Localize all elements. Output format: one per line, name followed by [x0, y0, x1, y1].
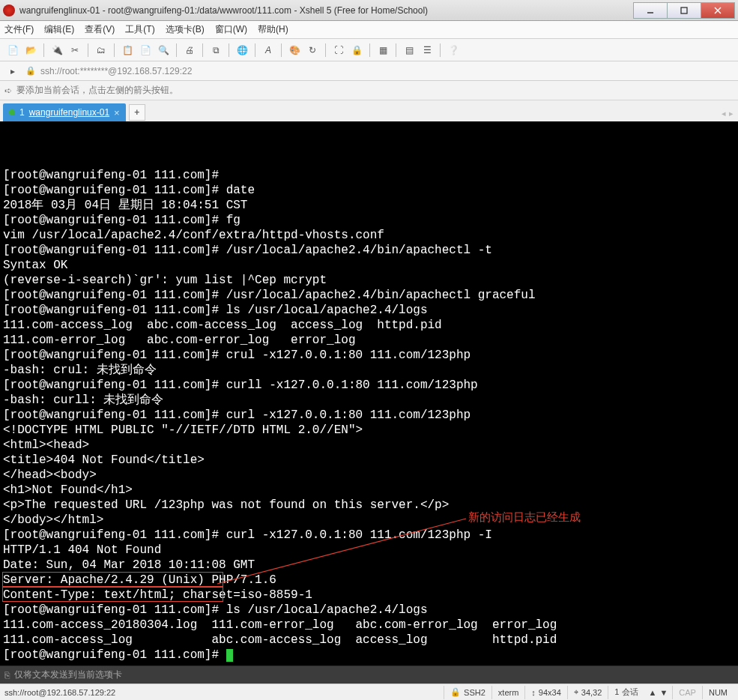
tray-up-icon: ▲	[649, 688, 657, 697]
terminal-line: 111.com-access_log abc.com-access_log ac…	[3, 633, 735, 648]
input-bar[interactable]: ⎘ 仅将文本发送到当前选项卡	[0, 666, 738, 684]
menu-file[interactable]: 文件(F)	[4, 23, 34, 36]
menu-tools[interactable]: 工具(T)	[125, 23, 154, 36]
status-tray: ▲ ▼	[644, 688, 673, 697]
grid-icon[interactable]: ▤	[401, 42, 417, 58]
terminal-line: 111.com-access_log abc.com-access_log ac…	[3, 318, 735, 333]
app-window: wangruifenglinux-01 - root@wangruifeng-0…	[0, 0, 738, 700]
tray-down-icon: ▼	[659, 688, 668, 697]
terminal-line: [root@wangruifeng-01 111.com]# ls /usr/l…	[3, 603, 735, 618]
terminal-line: </body></html>	[3, 513, 735, 528]
view-options-icon[interactable]: ⧉	[208, 42, 224, 58]
toolbar: 📄 📂 🔌 ✂ 🗂 📋 📄 🔍 🖨 ⧉ 🌐 A 🎨 ↻ ⛶ 🔒 ▦ ▤ ☰ ❔	[0, 39, 738, 61]
hint-bar: ➪ 要添加当前会话，点击左侧的箭头按钮。	[0, 81, 738, 100]
terminal-line: <html><head>	[3, 438, 735, 453]
terminal-line: </head><body>	[3, 468, 735, 483]
hint-text: 要添加当前会话，点击左侧的箭头按钮。	[16, 84, 178, 97]
hint-add-icon[interactable]: ➪	[4, 85, 12, 96]
status-terminal-type: xterm	[492, 686, 525, 699]
close-button[interactable]	[701, 2, 735, 19]
terminal-line: vim /usr/local/apache2.4/conf/extra/http…	[3, 228, 735, 243]
terminal-line: -bash: crul: 未找到命令	[3, 363, 735, 378]
menubar: 文件(F) 编辑(E) 查看(V) 工具(T) 选项卡(B) 窗口(W) 帮助(…	[0, 21, 738, 39]
status-bar: ssh://root@192.168.57.129:22 🔒 SSH2 xter…	[0, 684, 738, 700]
terminal-line: [root@wangruifeng-01 111.com]# ls /usr/l…	[3, 303, 735, 318]
address-text[interactable]: ssh://root:********@192.168.57.129:22	[40, 66, 192, 76]
fullscreen-icon[interactable]: ⛶	[330, 42, 347, 58]
minimize-button[interactable]	[633, 2, 668, 19]
terminal-line: Syntax OK	[3, 258, 735, 273]
status-num: NUM	[702, 686, 734, 699]
input-placeholder: 仅将文本发送到当前选项卡	[14, 669, 122, 681]
terminal-line: [root@wangruifeng-01 111.com]# fg	[3, 213, 735, 228]
tab-label: wangruifenglinux-01	[29, 107, 109, 118]
sessions-dropdown-icon[interactable]: ▸	[4, 63, 21, 79]
terminal-line: Date: Sun, 04 Mar 2018 10:11:08 GMT	[3, 558, 735, 573]
reconnect-icon[interactable]: 🔌	[49, 42, 65, 58]
open-folder-icon[interactable]: 📂	[22, 42, 39, 58]
new-session-icon[interactable]: 📄	[4, 42, 21, 58]
menu-window[interactable]: 窗口(W)	[215, 23, 247, 36]
copy-icon[interactable]: 📋	[119, 42, 136, 58]
maximize-button[interactable]	[667, 2, 701, 19]
status-protocol: 🔒 SSH2	[444, 686, 492, 699]
terminal-line: [root@wangruifeng-01 111.com]# curl -x12…	[3, 528, 735, 543]
tab-index: 1	[19, 107, 25, 118]
terminal-line: [root@wangruifeng-01 111.com]#	[3, 648, 735, 663]
terminal-line: Server: Apache/2.4.29 (Unix) PHP/7.1.6	[3, 573, 735, 588]
add-tab-button[interactable]: +	[129, 104, 145, 121]
ssh-lock-icon: 🔒	[25, 66, 36, 76]
window-title: wangruifenglinux-01 - root@wangruifeng-0…	[19, 5, 634, 16]
address-bar: ▸ 🔒 ssh://root:********@192.168.57.129:2…	[0, 61, 738, 81]
terminal-line: [root@wangruifeng-01 111.com]# crul -x12…	[3, 348, 735, 363]
terminal-line: <p>The requested URL /123php was not fou…	[3, 498, 735, 513]
terminal-line: [root@wangruifeng-01 111.com]# /usr/loca…	[3, 243, 735, 258]
terminal-line: [root@wangruifeng-01 111.com]# curl -x12…	[3, 408, 735, 423]
status-size: ↕ 94x34	[524, 686, 566, 699]
terminal-line: [root@wangruifeng-01 111.com]# /usr/loca…	[3, 288, 735, 303]
menu-edit[interactable]: 编辑(E)	[44, 23, 74, 36]
terminal-line: -bash: curll: 未找到命令	[3, 393, 735, 408]
globe-icon[interactable]: 🌐	[234, 42, 250, 58]
terminal-line: Content-Type: text/html; charset=iso-885…	[3, 588, 735, 603]
tab-close-icon[interactable]: ×	[114, 107, 120, 118]
input-arrow-icon: ⎘	[4, 670, 10, 681]
terminal-line: <!DOCTYPE HTML PUBLIC "-//IETF//DTD HTML…	[3, 423, 735, 438]
tab-nav: ◂ ▸	[722, 109, 734, 118]
print-icon[interactable]: 🖨	[181, 42, 198, 58]
paste-icon[interactable]: 📄	[137, 42, 154, 58]
status-connection: ssh://root@192.168.57.129:22	[4, 688, 444, 697]
tab-next-icon[interactable]: ▸	[729, 109, 734, 118]
color-theme-icon[interactable]: 🎨	[286, 42, 303, 58]
menu-help[interactable]: 帮助(H)	[258, 23, 288, 36]
terminal-line: (reverse-i-search)`gr': yum list |^Cep m…	[3, 273, 735, 288]
svg-rect-1	[681, 7, 687, 13]
terminal[interactable]: [root@wangruifeng-01 111.com]# [root@wan…	[0, 121, 738, 666]
status-cap: CAP	[672, 686, 702, 699]
list-icon[interactable]: ☰	[419, 42, 435, 58]
font-icon[interactable]: A	[260, 42, 276, 58]
terminal-line: HTTP/1.1 404 Not Found	[3, 543, 735, 558]
terminal-line: 111.com-access_20180304.log 111.com-erro…	[3, 618, 735, 633]
tab-prev-icon[interactable]: ◂	[722, 109, 726, 118]
help-icon[interactable]: ❔	[445, 42, 462, 58]
find-icon[interactable]: 🔍	[155, 42, 172, 58]
session-tab[interactable]: 1 wangruifenglinux-01 ×	[3, 103, 126, 121]
status-dot-icon	[9, 109, 15, 115]
menu-tabs[interactable]: 选项卡(B)	[166, 23, 205, 36]
properties-icon[interactable]: 🗂	[93, 42, 109, 58]
cursor	[226, 649, 233, 662]
terminal-line: [root@wangruifeng-01 111.com]# curll -x1…	[3, 378, 735, 393]
status-sessions: 1 会话	[608, 686, 644, 699]
tabbar: 1 wangruifenglinux-01 × + ◂ ▸	[0, 100, 738, 121]
terminal-line: [root@wangruifeng-01 111.com]#	[3, 168, 735, 183]
tile-icon[interactable]: ▦	[375, 42, 391, 58]
terminal-line: 111.com-error_log abc.com-error_log erro…	[3, 333, 735, 348]
terminal-line: [root@wangruifeng-01 111.com]# date	[3, 183, 735, 198]
terminal-line: <title>404 Not Found</title>	[3, 453, 735, 468]
menu-view[interactable]: 查看(V)	[85, 23, 115, 36]
status-cursor-pos: ⌖ 34,32	[567, 686, 608, 699]
disconnect-icon[interactable]: ✂	[67, 42, 83, 58]
refresh-icon[interactable]: ↻	[304, 42, 321, 58]
lock-icon[interactable]: 🔒	[348, 42, 365, 58]
